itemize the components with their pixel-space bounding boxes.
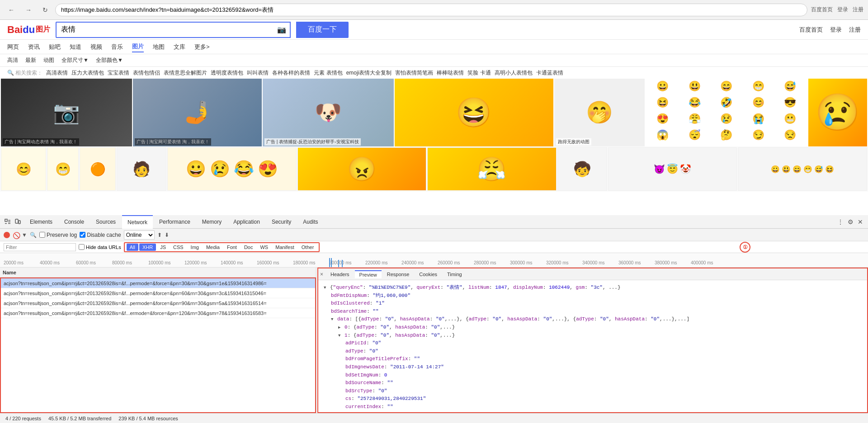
- img2-4[interactable]: 🧑: [117, 147, 166, 191]
- req-row-1[interactable]: acjson?tn=resultjson_com&ipn=rj&ct=20132…: [1, 288, 315, 298]
- export-har-button[interactable]: ⬇: [165, 232, 169, 238]
- related-2[interactable]: 压力大表情包: [71, 69, 104, 77]
- emoji-6[interactable]: 😆: [647, 97, 679, 112]
- related-15[interactable]: 卡通蓝表情: [536, 69, 563, 77]
- json-triangle-d1[interactable]: ▼: [338, 333, 340, 339]
- related-8[interactable]: 各种各样的表情: [272, 69, 310, 77]
- tab-elements[interactable]: Elements: [24, 215, 58, 229]
- preserve-log-checkbox[interactable]: [39, 232, 45, 238]
- nav-wenku[interactable]: 文库: [174, 42, 185, 52]
- filter-hd[interactable]: 高清: [7, 56, 18, 64]
- img2-10[interactable]: 😀😃😄😁😅😆: [738, 147, 867, 191]
- emoji-8[interactable]: 🤣: [711, 97, 742, 112]
- ftype-img[interactable]: Img: [188, 244, 202, 251]
- related-11[interactable]: 害怕表情简笔画: [395, 69, 433, 77]
- req-row-2[interactable]: acjson?tn=resultjson_com&ipn=rj&ct=20132…: [1, 298, 315, 308]
- emoji-15[interactable]: 😬: [775, 113, 806, 128]
- filter-color[interactable]: 全部颜色▼: [96, 56, 123, 64]
- rtab-cookies[interactable]: Cookies: [415, 271, 442, 278]
- login-link[interactable]: 登录: [837, 6, 848, 14]
- filter-latest[interactable]: 最新: [25, 56, 36, 64]
- baidu-home-link2[interactable]: 百度首页: [799, 26, 823, 34]
- register-link2[interactable]: 注册: [849, 26, 861, 34]
- tab-memory[interactable]: Memory: [197, 215, 227, 229]
- rtab-preview[interactable]: Preview: [355, 270, 382, 278]
- preserve-log-label[interactable]: Preserve log: [39, 232, 77, 238]
- emoji-1[interactable]: 😀: [647, 80, 679, 96]
- nav-more[interactable]: 更多>: [194, 42, 210, 52]
- nav-zhidao[interactable]: 知道: [70, 42, 81, 52]
- ftype-ws[interactable]: WS: [257, 244, 271, 251]
- filter-input[interactable]: [4, 243, 76, 251]
- related-3[interactable]: 宝宝表情: [108, 69, 129, 77]
- img-2[interactable]: 🤳 广告 | 淘宝网可爱表情 淘，我喜欢！: [133, 79, 262, 146]
- img-big-emoji[interactable]: 😢: [808, 79, 867, 146]
- baidu-home-link[interactable]: 百度首页: [811, 6, 833, 14]
- related-14[interactable]: 高明小人表情包: [495, 69, 533, 77]
- refresh-button[interactable]: ↻: [39, 5, 52, 15]
- back-button[interactable]: ←: [5, 5, 18, 15]
- device-icon[interactable]: [14, 218, 22, 226]
- emoji-5[interactable]: 😅: [775, 80, 806, 96]
- rtab-headers[interactable]: Headers: [326, 271, 354, 278]
- settings-gear-icon[interactable]: ⚙: [846, 218, 854, 226]
- import-har-button[interactable]: ⬆: [157, 232, 162, 238]
- ftype-doc[interactable]: Doc: [241, 244, 256, 251]
- rtab-timing[interactable]: Timing: [443, 271, 467, 278]
- img2-8[interactable]: 🧒: [557, 147, 607, 191]
- emoji-4[interactable]: 😁: [743, 80, 774, 96]
- search-input[interactable]: [57, 23, 274, 37]
- hide-data-urls-label[interactable]: Hide data URLs: [79, 244, 121, 250]
- emoji-17[interactable]: 😴: [679, 129, 710, 145]
- img2-5[interactable]: 😀😢😂😍: [167, 147, 297, 191]
- img2-7[interactable]: 😤: [427, 147, 557, 191]
- tab-security[interactable]: Security: [266, 215, 297, 229]
- json-triangle-data[interactable]: ▼: [331, 316, 333, 323]
- img2-3[interactable]: 🟠: [80, 147, 116, 191]
- search-button[interactable]: 百度一下: [296, 22, 349, 38]
- camera-button[interactable]: 📷: [274, 25, 290, 34]
- ftype-css[interactable]: CSS: [170, 244, 187, 251]
- emoji-9[interactable]: 😊: [743, 97, 774, 112]
- register-link[interactable]: 注册: [853, 6, 863, 14]
- related-13[interactable]: 笑脸 卡通: [467, 69, 491, 77]
- ftype-js[interactable]: JS: [157, 244, 169, 251]
- emoji-19[interactable]: 😏: [743, 129, 774, 145]
- img2-1[interactable]: 😊: [1, 147, 46, 191]
- emoji-11[interactable]: 😍: [647, 113, 679, 128]
- emoji-18[interactable]: 🤔: [711, 129, 742, 145]
- emoji-10[interactable]: 😎: [775, 97, 806, 112]
- img-5[interactable]: 🤭 跑得无敌的动图: [554, 79, 645, 146]
- req-row-3[interactable]: acjson?tn=resultjson_com&ipn=rj&ct=20132…: [1, 308, 315, 318]
- tab-audits[interactable]: Audits: [297, 215, 323, 229]
- related-4[interactable]: 表情包情侣: [133, 69, 160, 77]
- img-4[interactable]: 😆: [395, 79, 553, 146]
- nav-tieba[interactable]: 贴吧: [49, 42, 61, 52]
- related-6[interactable]: 透明度表情包: [211, 69, 243, 77]
- search-network-icon[interactable]: 🔍: [30, 232, 37, 238]
- img2-2[interactable]: 😁: [47, 147, 79, 191]
- img-1[interactable]: 📷 广告 | 淘宝网动态表情 淘，我喜欢！: [1, 79, 132, 146]
- filter-toggle-icon[interactable]: ▼: [22, 232, 27, 238]
- related-12[interactable]: 棒棒哒表情: [437, 69, 464, 77]
- record-button[interactable]: [4, 232, 10, 238]
- json-triangle-root[interactable]: ▼: [324, 285, 326, 291]
- json-triangle-d0[interactable]: ▶: [338, 324, 340, 331]
- emoji-13[interactable]: 😢: [711, 113, 742, 128]
- close-devtools-icon[interactable]: ✕: [856, 218, 864, 226]
- img2-9[interactable]: 😈😇🤡: [608, 147, 737, 191]
- tab-performance[interactable]: Performance: [154, 215, 196, 229]
- address-bar[interactable]: [55, 4, 807, 16]
- emoji-16[interactable]: 😱: [647, 129, 679, 145]
- response-close-button[interactable]: ×: [320, 271, 323, 277]
- throttle-select[interactable]: Online Fast 3G Slow 3G Offline: [124, 230, 155, 240]
- tab-sources[interactable]: Sources: [90, 215, 121, 229]
- hide-data-urls-checkbox[interactable]: [79, 244, 85, 250]
- nav-music[interactable]: 音乐: [111, 42, 123, 52]
- emoji-14[interactable]: 😭: [743, 113, 774, 128]
- nav-web[interactable]: 网页: [7, 42, 19, 52]
- img-3[interactable]: 🐶 广告 | 表情捕捉-反恐治安的好帮手-安视宝科技: [263, 79, 394, 146]
- related-9[interactable]: 元素 表情包: [314, 69, 342, 77]
- nav-video[interactable]: 视频: [90, 42, 102, 52]
- tab-console[interactable]: Console: [59, 215, 90, 229]
